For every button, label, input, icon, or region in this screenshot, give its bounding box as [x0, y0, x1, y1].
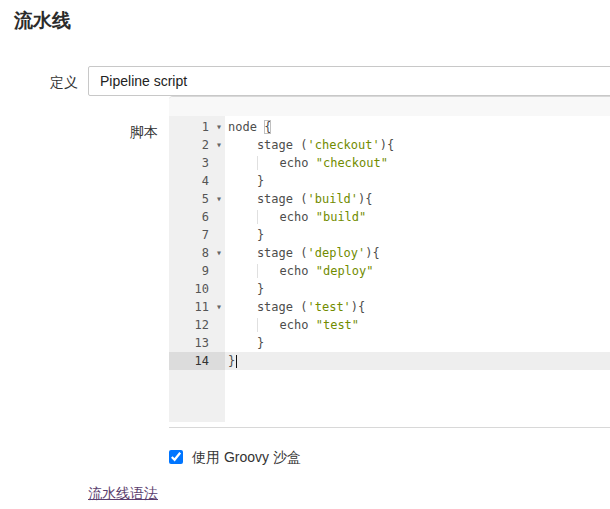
fold-arrow-icon[interactable]: ▾ [216, 244, 222, 262]
code-line[interactable]: } [225, 334, 610, 352]
code-segment: } [228, 174, 264, 188]
code-segment: stage ( [228, 246, 307, 260]
gutter-cell: 13 [169, 334, 225, 352]
editor-code-area[interactable]: node { stage ('checkout'){ echo "checkou… [225, 116, 610, 422]
line-number: 7 [202, 228, 209, 242]
code-segment [228, 156, 257, 170]
code-segment: echo [280, 210, 316, 224]
definition-select[interactable]: Pipeline script [88, 66, 610, 96]
gutter-cell: 3 [169, 154, 225, 172]
code-segment: } [228, 354, 235, 368]
code-segment [257, 264, 280, 278]
code-segment: node [228, 120, 264, 134]
code-line[interactable]: echo "checkout" [225, 154, 610, 172]
fold-arrow-icon[interactable]: ▾ [216, 118, 222, 136]
code-segment: } [228, 228, 264, 242]
gutter-cell: 9 [169, 262, 225, 280]
code-segment [228, 318, 257, 332]
definition-label: 定义 [0, 74, 78, 92]
line-number: 8 [202, 246, 209, 260]
editor-gutter: 1▾2▾345▾678▾91011▾121314 [169, 116, 225, 422]
gutter-cell: 4 [169, 172, 225, 190]
code-segment: stage ( [228, 192, 307, 206]
code-line[interactable]: } [225, 280, 610, 298]
line-number: 5 [202, 192, 209, 206]
code-segment: ){ [351, 300, 365, 314]
code-segment [257, 210, 280, 224]
text-cursor [236, 355, 237, 368]
code-line[interactable]: stage ('checkout'){ [225, 136, 610, 154]
code-segment: 'deploy' [307, 246, 365, 260]
code-segment: } [228, 336, 264, 350]
gutter-cell: 10 [169, 280, 225, 298]
definition-selected-value: Pipeline script [100, 73, 187, 89]
code-segment: ){ [380, 138, 394, 152]
line-number: 14 [195, 354, 209, 368]
code-line[interactable]: stage ('test'){ [225, 298, 610, 316]
code-segment [257, 318, 280, 332]
code-line[interactable]: } [225, 352, 610, 370]
gutter-cell: 1▾ [169, 118, 225, 136]
script-editor[interactable]: 1▾2▾345▾678▾91011▾121314 node { stage ('… [169, 96, 610, 428]
code-segment: ){ [365, 246, 379, 260]
code-line[interactable]: echo "build" [225, 208, 610, 226]
code-segment: 'build' [307, 192, 358, 206]
code-segment [228, 264, 257, 278]
line-number: 13 [195, 336, 209, 350]
gutter-cell: 12 [169, 316, 225, 334]
editor-top-strip [169, 97, 610, 116]
code-segment: "checkout" [316, 156, 388, 170]
fold-arrow-icon[interactable]: ▾ [216, 298, 222, 316]
code-segment: stage ( [228, 138, 307, 152]
gutter-cell: 5▾ [169, 190, 225, 208]
code-segment: { [264, 120, 271, 134]
editor-main[interactable]: 1▾2▾345▾678▾91011▾121314 node { stage ('… [169, 116, 610, 422]
groovy-sandbox-checkbox[interactable] [169, 450, 183, 464]
gutter-cell: 7 [169, 226, 225, 244]
code-segment: 'test' [307, 300, 350, 314]
code-segment [228, 210, 257, 224]
groovy-sandbox-label: 使用 Groovy 沙盒 [192, 449, 301, 466]
code-segment: stage ( [228, 300, 307, 314]
code-segment: "test" [316, 318, 359, 332]
line-number: 9 [202, 264, 209, 278]
line-number: 2 [202, 138, 209, 152]
code-line[interactable]: stage ('build'){ [225, 190, 610, 208]
pipeline-syntax-link[interactable]: 流水线语法 [88, 485, 158, 503]
gutter-cell: 11▾ [169, 298, 225, 316]
code-segment: echo [280, 318, 316, 332]
line-number: 6 [202, 210, 209, 224]
gutter-cell: 8▾ [169, 244, 225, 262]
code-line[interactable]: echo "test" [225, 316, 610, 334]
line-number: 11 [195, 300, 209, 314]
code-segment: "deploy" [316, 264, 374, 278]
code-segment: echo [280, 264, 316, 278]
line-number: 12 [195, 318, 209, 332]
code-segment: echo [280, 156, 316, 170]
code-segment [257, 156, 280, 170]
code-line[interactable]: stage ('deploy'){ [225, 244, 610, 262]
code-line[interactable]: } [225, 172, 610, 190]
code-segment: } [228, 282, 264, 296]
script-label: 脚本 [0, 124, 158, 142]
line-number: 1 [202, 120, 209, 134]
code-line[interactable]: echo "deploy" [225, 262, 610, 280]
gutter-cell: 6 [169, 208, 225, 226]
code-segment: ){ [358, 192, 372, 206]
page-title: 流水线 [14, 8, 71, 34]
line-number: 4 [202, 174, 209, 188]
line-number: 10 [195, 282, 209, 296]
line-number: 3 [202, 156, 209, 170]
code-segment: "build" [316, 210, 367, 224]
gutter-cell: 2▾ [169, 136, 225, 154]
fold-arrow-icon[interactable]: ▾ [216, 190, 222, 208]
code-segment: 'checkout' [307, 138, 379, 152]
code-line[interactable]: node { [225, 118, 610, 136]
code-line[interactable]: } [225, 226, 610, 244]
gutter-cell: 14 [169, 352, 225, 370]
fold-arrow-icon[interactable]: ▾ [216, 136, 222, 154]
